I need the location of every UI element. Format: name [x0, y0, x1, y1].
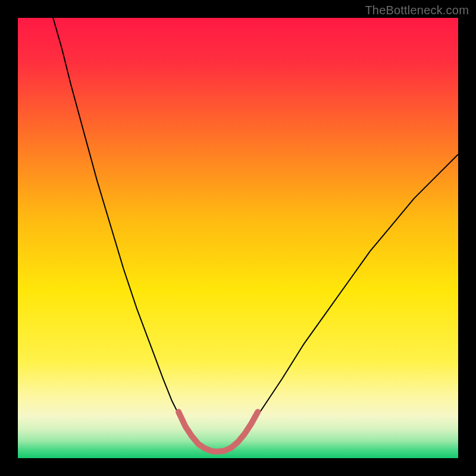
chart-frame: TheBottleneck.com: [0, 0, 476, 476]
chart-background: [18, 18, 458, 458]
bottleneck-chart: [18, 18, 458, 458]
watermark-text: TheBottleneck.com: [365, 4, 469, 17]
